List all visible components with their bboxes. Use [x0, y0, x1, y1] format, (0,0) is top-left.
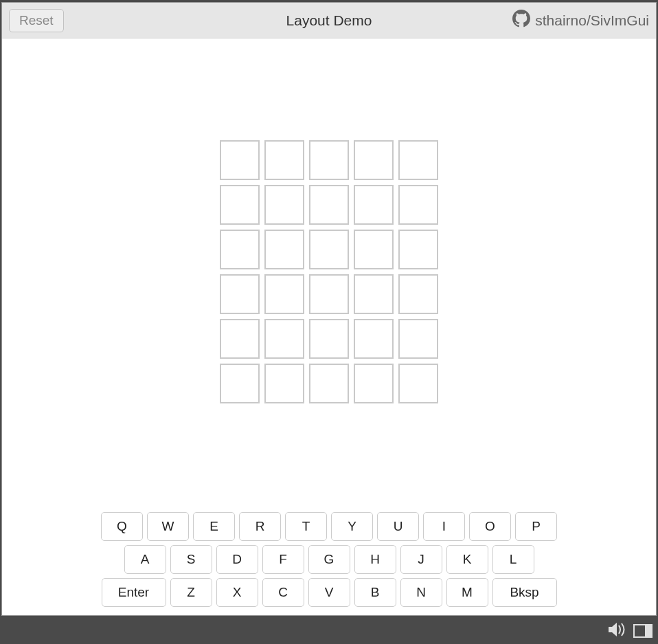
- grid-cell: [309, 230, 349, 269]
- grid-cell: [220, 140, 260, 180]
- key-y[interactable]: Y: [331, 512, 373, 541]
- key-r[interactable]: R: [239, 512, 281, 541]
- grid-cell: [220, 230, 260, 269]
- header-bar: Reset Layout Demo sthairno/SivImGui: [2, 3, 656, 38]
- key-w[interactable]: W: [147, 512, 189, 541]
- app-window: Reset Layout Demo sthairno/SivImGui QWER…: [1, 2, 657, 616]
- grid-cell: [309, 185, 349, 225]
- key-i[interactable]: I: [423, 512, 465, 541]
- grid-cell: [354, 274, 394, 314]
- grid-row: [220, 230, 438, 269]
- key-d[interactable]: D: [216, 545, 258, 574]
- grid-cell: [264, 230, 304, 269]
- key-f[interactable]: F: [262, 545, 304, 574]
- grid-cell: [398, 364, 438, 403]
- key-enter[interactable]: Enter: [102, 578, 166, 607]
- display-icon[interactable]: [633, 624, 653, 638]
- keyboard-row: QWERTYUIOP: [101, 512, 557, 541]
- key-k[interactable]: K: [446, 545, 488, 574]
- grid-row: [220, 140, 438, 180]
- keyboard-row: EnterZXCVBNMBksp: [102, 578, 557, 607]
- key-q[interactable]: Q: [101, 512, 143, 541]
- grid-cell: [264, 364, 304, 403]
- grid-cell: [354, 319, 394, 359]
- key-h[interactable]: H: [354, 545, 396, 574]
- keyboard-row: ASDFGHJKL: [124, 545, 534, 574]
- status-bar: [0, 618, 658, 644]
- volume-icon[interactable]: [609, 622, 628, 640]
- grid-cell: [309, 274, 349, 314]
- grid-cell: [264, 140, 304, 180]
- key-l[interactable]: L: [492, 545, 534, 574]
- grid-cell: [354, 185, 394, 225]
- grid-cell: [309, 140, 349, 180]
- key-c[interactable]: C: [262, 578, 304, 607]
- key-p[interactable]: P: [515, 512, 557, 541]
- key-e[interactable]: E: [193, 512, 235, 541]
- key-g[interactable]: G: [308, 545, 350, 574]
- grid-cell: [354, 140, 394, 180]
- key-o[interactable]: O: [469, 512, 511, 541]
- grid-row: [220, 319, 438, 359]
- grid-row: [220, 274, 438, 314]
- reset-button[interactable]: Reset: [9, 9, 64, 32]
- grid-cell: [220, 364, 260, 403]
- letter-grid: [220, 140, 438, 403]
- key-s[interactable]: S: [170, 545, 212, 574]
- key-v[interactable]: V: [308, 578, 350, 607]
- key-m[interactable]: M: [446, 578, 488, 607]
- grid-cell: [398, 140, 438, 180]
- grid-cell: [398, 274, 438, 314]
- svg-marker-0: [609, 623, 617, 636]
- key-x[interactable]: X: [216, 578, 258, 607]
- key-z[interactable]: Z: [170, 578, 212, 607]
- grid-cell: [220, 319, 260, 359]
- key-bksp[interactable]: Bksp: [492, 578, 557, 607]
- grid-row: [220, 364, 438, 403]
- key-n[interactable]: N: [400, 578, 442, 607]
- grid-cell: [398, 185, 438, 225]
- key-a[interactable]: A: [124, 545, 166, 574]
- grid-cell: [354, 364, 394, 403]
- repo-label: sthairno/SivImGui: [535, 12, 649, 29]
- key-t[interactable]: T: [285, 512, 327, 541]
- grid-cell: [220, 274, 260, 314]
- grid-cell: [264, 185, 304, 225]
- key-u[interactable]: U: [377, 512, 419, 541]
- on-screen-keyboard: QWERTYUIOPASDFGHJKLEnterZXCVBNMBksp: [101, 512, 557, 607]
- grid-row: [220, 185, 438, 225]
- grid-cell: [354, 230, 394, 269]
- grid-cell: [220, 185, 260, 225]
- grid-cell: [309, 319, 349, 359]
- grid-cell: [264, 274, 304, 314]
- grid-cell: [398, 230, 438, 269]
- github-icon: [512, 10, 530, 31]
- key-j[interactable]: J: [400, 545, 442, 574]
- main-area: QWERTYUIOPASDFGHJKLEnterZXCVBNMBksp: [2, 38, 656, 615]
- grid-cell: [264, 319, 304, 359]
- key-b[interactable]: B: [354, 578, 396, 607]
- grid-cell: [398, 319, 438, 359]
- grid-cell: [309, 364, 349, 403]
- repo-link[interactable]: sthairno/SivImGui: [512, 10, 649, 31]
